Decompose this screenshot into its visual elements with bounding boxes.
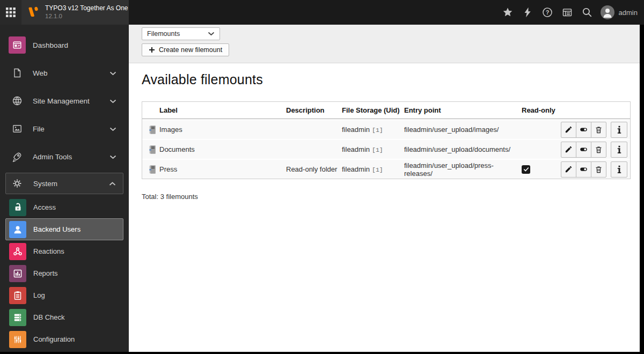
storage-uid: [1] bbox=[372, 146, 383, 153]
help-button[interactable]: ? bbox=[538, 0, 558, 25]
disable-toggle-button[interactable] bbox=[576, 142, 591, 158]
backend-users-icon bbox=[9, 221, 26, 238]
sidebar-item-label: Reports bbox=[33, 269, 58, 277]
gear-icon bbox=[9, 175, 26, 192]
filemount-label[interactable]: Images bbox=[159, 126, 286, 134]
access-lock-icon bbox=[9, 199, 26, 216]
search-button[interactable] bbox=[577, 0, 597, 25]
filemount-record-icon bbox=[148, 165, 157, 174]
topbar: TYPO3 v12 Together As One 12.1.0 ? bbox=[0, 0, 644, 25]
filemounts-module-select[interactable]: Filemounts bbox=[142, 27, 220, 40]
typo3-logo-icon bbox=[27, 6, 40, 19]
create-new-filemount-button[interactable]: Create new filemount bbox=[142, 43, 229, 56]
pencil-icon bbox=[565, 165, 573, 173]
module-content: Filemounts Create new filemount Availabl… bbox=[129, 25, 640, 352]
chevron-down-icon bbox=[109, 96, 116, 106]
backend-log-button[interactable] bbox=[558, 0, 577, 25]
filemount-label[interactable]: Documents bbox=[159, 145, 286, 153]
bolt-icon bbox=[523, 7, 532, 18]
sidebar-item-access[interactable]: Access bbox=[5, 196, 123, 218]
disable-toggle-button[interactable] bbox=[576, 122, 591, 138]
storage-uid: [1] bbox=[372, 127, 383, 134]
brand-logo-area[interactable]: TYPO3 v12 Together As One 12.1.0 bbox=[21, 0, 129, 25]
edit-button[interactable] bbox=[561, 161, 576, 178]
column-header-read-only: Read-only bbox=[522, 106, 560, 114]
app-title: TYPO3 v12 Together As One bbox=[45, 4, 128, 12]
total-count-label: Total: 3 filemounts bbox=[142, 193, 198, 201]
plus-icon bbox=[149, 47, 155, 53]
topbar-toolbar: ? admin bbox=[498, 0, 644, 25]
sidebar-item-configuration[interactable]: Configuration bbox=[5, 328, 123, 350]
chevron-up-icon bbox=[109, 179, 116, 188]
chevron-down-icon bbox=[208, 32, 215, 36]
system-status-button[interactable] bbox=[518, 0, 538, 25]
log-clipboard-icon bbox=[9, 287, 26, 304]
sidebar-item-backend-users[interactable]: Backend Users bbox=[5, 218, 123, 240]
table-row-images: Images fileadmin[1] fileadmin/user_uploa… bbox=[142, 119, 630, 139]
sidebar-item-web[interactable]: Web bbox=[0, 59, 129, 87]
info-button[interactable] bbox=[611, 161, 627, 178]
check-icon bbox=[523, 167, 529, 172]
sidebar-item-site-management[interactable]: Site Management bbox=[0, 87, 129, 115]
table-header-row: Label Description File Storage (Uid) Ent… bbox=[142, 102, 630, 119]
dashboard-icon bbox=[9, 36, 26, 54]
edit-button[interactable] bbox=[561, 142, 576, 158]
username-label: admin bbox=[619, 9, 638, 17]
sidebar-item-db-check[interactable]: DB Check bbox=[5, 306, 123, 328]
doc-header: Filemounts Create new filemount bbox=[129, 25, 640, 63]
filemount-storage: fileadmin[1] bbox=[342, 165, 404, 173]
pencil-icon bbox=[565, 126, 573, 134]
globe-icon bbox=[9, 92, 26, 109]
chevron-down-icon bbox=[109, 68, 116, 78]
bookmarks-button[interactable] bbox=[498, 0, 518, 25]
app-version: 12.1.0 bbox=[45, 12, 128, 20]
info-icon bbox=[617, 165, 621, 174]
page-icon bbox=[9, 64, 26, 82]
trash-icon bbox=[595, 145, 603, 154]
toggle-icon bbox=[579, 165, 588, 173]
row-action-group bbox=[561, 122, 606, 138]
grid-icon bbox=[5, 7, 16, 18]
trash-icon bbox=[595, 165, 603, 174]
sidebar-item-file[interactable]: File bbox=[0, 115, 129, 143]
toggle-icon bbox=[579, 145, 588, 153]
page-title: Available filemounts bbox=[142, 72, 263, 87]
filemount-label[interactable]: Press bbox=[159, 165, 286, 173]
table-row-press: Press Read-only folder fileadmin[1] file… bbox=[142, 159, 630, 179]
pencil-icon bbox=[565, 145, 573, 153]
row-action-group bbox=[561, 142, 606, 158]
sidebar-item-label: File bbox=[33, 125, 45, 133]
filemount-storage: fileadmin[1] bbox=[342, 126, 404, 134]
filemount-entry-point: fileadmin/user_upload/documents/ bbox=[404, 145, 522, 153]
readonly-checkbox-checked[interactable] bbox=[522, 165, 530, 174]
column-header-entry-point: Entry point bbox=[404, 106, 522, 114]
avatar bbox=[601, 5, 614, 19]
sidebar-item-admin-tools[interactable]: Admin Tools bbox=[0, 143, 129, 171]
sidebar-item-label: Backend Users bbox=[33, 225, 80, 233]
sidebar-item-label: System bbox=[33, 180, 57, 188]
chevron-down-icon bbox=[109, 124, 116, 134]
reports-chart-icon bbox=[9, 265, 26, 282]
edit-button[interactable] bbox=[561, 122, 576, 138]
disable-toggle-button[interactable] bbox=[576, 161, 591, 178]
module-menu-toggle-button[interactable] bbox=[0, 0, 21, 25]
sidebar-item-label: DB Check bbox=[33, 313, 65, 321]
svg-text:?: ? bbox=[546, 9, 550, 16]
sidebar-item-dashboard[interactable]: Dashboard bbox=[0, 31, 129, 59]
delete-button[interactable] bbox=[591, 122, 606, 138]
delete-button[interactable] bbox=[591, 142, 606, 158]
sidebar-item-label: Web bbox=[33, 69, 48, 77]
sidebar-item-system[interactable]: System bbox=[5, 173, 123, 194]
column-header-file-storage: File Storage (Uid) bbox=[342, 106, 404, 114]
sidebar-item-reports[interactable]: Reports bbox=[5, 262, 123, 284]
filemounts-table: Label Description File Storage (Uid) Ent… bbox=[142, 101, 631, 179]
user-menu-button[interactable]: admin bbox=[601, 5, 638, 19]
column-header-label: Label bbox=[159, 106, 286, 114]
info-icon bbox=[617, 126, 621, 134]
delete-button[interactable] bbox=[591, 161, 606, 178]
info-button[interactable] bbox=[611, 122, 627, 138]
sidebar-item-log[interactable]: Log bbox=[5, 284, 123, 306]
info-button[interactable] bbox=[611, 142, 627, 158]
sidebar-item-reactions[interactable]: Reactions bbox=[5, 240, 123, 262]
sidebar-item-label: Access bbox=[33, 203, 56, 211]
